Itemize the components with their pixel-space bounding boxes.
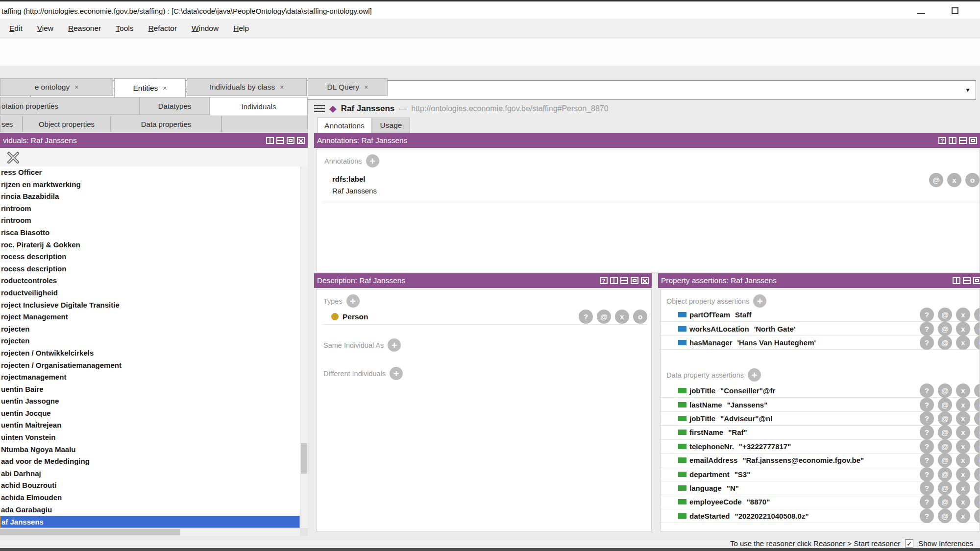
explain-icon[interactable]: ?: [920, 308, 934, 322]
edit-icon[interactable]: o: [974, 439, 980, 454]
split-vertical-icon[interactable]: [266, 137, 274, 144]
delete-icon[interactable]: x: [956, 398, 970, 412]
annotate-icon[interactable]: @: [929, 173, 943, 187]
data-assertion-row[interactable]: firstName "Raf" ?@xo: [661, 426, 980, 439]
annotate-icon[interactable]: @: [938, 439, 952, 454]
list-item[interactable]: rojectmanagement: [0, 371, 300, 383]
split-horizontal-icon[interactable]: [276, 137, 284, 144]
explain-icon[interactable]: ?: [920, 398, 934, 412]
scrollbar-thumb[interactable]: [301, 443, 307, 474]
list-item[interactable]: rocess description: [0, 263, 300, 275]
tab-dl-query[interactable]: DL Query×: [308, 78, 388, 96]
edit-icon[interactable]: o: [974, 495, 980, 509]
data-assertion-row[interactable]: telephoneNr. "+3222777817" ?@xo: [661, 440, 980, 454]
list-item[interactable]: roject Inclusieve Digitale Transitie: [0, 299, 300, 311]
explain-icon[interactable]: ?: [920, 335, 934, 350]
show-inferences-checkbox[interactable]: ✓: [905, 539, 913, 548]
annotate-icon[interactable]: @: [597, 310, 611, 324]
add-data-assertion-button[interactable]: +: [748, 368, 761, 382]
data-assertion-row[interactable]: emailAddress "Raf.janssens@economie.fgov…: [661, 454, 980, 467]
list-item[interactable]: rijzen en marktwerking: [0, 179, 300, 191]
list-item[interactable]: rojecten / Organisatiemanagement: [0, 359, 300, 372]
float-panel-icon[interactable]: [287, 137, 294, 144]
object-assertion-row[interactable]: partOfTeam Staff ?@xo: [661, 308, 980, 322]
explain-icon[interactable]: ?: [920, 322, 934, 336]
explain-icon[interactable]: ?: [579, 310, 593, 324]
list-item[interactable]: uentin Jocque: [0, 407, 300, 420]
explain-icon[interactable]: ?: [920, 467, 934, 481]
edit-icon[interactable]: o: [974, 308, 980, 322]
close-tab-icon[interactable]: ×: [74, 83, 78, 91]
tab-data-properties[interactable]: Data properties: [111, 116, 221, 132]
maximize-icon[interactable]: [952, 7, 958, 14]
close-tab-icon[interactable]: ×: [163, 84, 167, 92]
edit-icon[interactable]: o: [974, 425, 980, 439]
delete-icon[interactable]: x: [956, 411, 970, 426]
add-same-individual-button[interactable]: +: [388, 338, 401, 352]
delete-icon[interactable]: x: [956, 322, 970, 336]
edit-icon[interactable]: o: [974, 322, 980, 336]
close-tab-icon[interactable]: ×: [280, 83, 284, 91]
list-item[interactable]: ada Garabagiu: [0, 504, 300, 516]
explain-icon[interactable]: ?: [920, 439, 934, 454]
annotate-icon[interactable]: @: [938, 509, 952, 523]
tab-object-properties[interactable]: Object properties: [23, 116, 111, 132]
add-annotation-button[interactable]: +: [366, 154, 379, 168]
annotate-icon[interactable]: @: [938, 453, 952, 467]
data-assertion-row[interactable]: lastName "Janssens" ?@xo: [661, 398, 980, 411]
type-row[interactable]: Person ? @ x o: [322, 309, 647, 325]
tab-annotations[interactable]: Annotations: [317, 118, 372, 133]
list-item[interactable]: roductveiligheid: [0, 287, 300, 299]
menu-window[interactable]: Window: [192, 24, 219, 33]
tab-usage[interactable]: Usage: [372, 118, 410, 133]
tab-individuals[interactable]: Individuals: [210, 97, 308, 116]
edit-icon[interactable]: o: [974, 509, 980, 523]
list-item[interactable]: aad voor de Mededinging: [0, 455, 300, 468]
annotation-row[interactable]: rdfs:label Raf Janssens @ x o: [322, 171, 980, 201]
data-assertion-row[interactable]: language "N" ?@xo: [661, 481, 980, 495]
edit-icon[interactable]: o: [974, 481, 980, 495]
object-assertion-row[interactable]: worksAtLocation 'North Gate' ?@xo: [661, 322, 980, 336]
vertical-scrollbar[interactable]: [300, 167, 308, 528]
list-item[interactable]: rincia Bazabidila: [0, 191, 300, 203]
list-item[interactable]: roductcontroles: [0, 275, 300, 287]
edit-icon[interactable]: o: [974, 411, 980, 426]
delete-icon[interactable]: x: [956, 481, 970, 495]
edit-icon[interactable]: o: [974, 467, 980, 481]
delete-individual-icon[interactable]: [7, 151, 20, 164]
delete-icon[interactable]: x: [956, 308, 970, 322]
split-horizontal-icon[interactable]: [620, 277, 628, 284]
list-item[interactable]: risca Biasotto: [0, 227, 300, 239]
delete-icon[interactable]: x: [956, 383, 970, 398]
delete-icon[interactable]: x: [615, 310, 629, 324]
split-vertical-icon[interactable]: [610, 277, 618, 284]
tab-entities[interactable]: Entities×: [114, 78, 186, 97]
explain-icon[interactable]: ?: [920, 453, 934, 467]
annotate-icon[interactable]: @: [938, 425, 952, 439]
split-vertical-icon[interactable]: [953, 277, 960, 284]
split-horizontal-icon[interactable]: [959, 137, 967, 144]
close-panel-icon[interactable]: [297, 137, 305, 144]
close-tab-icon[interactable]: ×: [364, 83, 368, 91]
list-item[interactable]: Ntumba Ngoya Maalu: [0, 444, 300, 456]
list-item[interactable]: uentin Maitrejean: [0, 419, 300, 431]
list-item[interactable]: achid Bouzrouti: [0, 479, 300, 492]
help-icon[interactable]: ?: [600, 277, 608, 284]
dropdown-arrow-icon[interactable]: ▼: [965, 87, 971, 94]
delete-icon[interactable]: x: [956, 439, 970, 454]
list-item[interactable]: rojecten / Ontwikkelcirkels: [0, 347, 300, 359]
close-panel-icon[interactable]: [641, 277, 649, 284]
annotate-icon[interactable]: @: [938, 322, 952, 336]
add-type-button[interactable]: +: [346, 294, 360, 308]
edit-icon[interactable]: o: [965, 173, 980, 187]
delete-icon[interactable]: x: [956, 335, 970, 350]
split-vertical-icon[interactable]: [949, 137, 956, 144]
list-item[interactable]: uinten Vonstein: [0, 431, 300, 444]
data-assertion-row[interactable]: jobTitle "Adviseur"@nl ?@xo: [661, 412, 980, 426]
data-assertion-row[interactable]: employeeCode "8870" ?@xo: [661, 495, 980, 509]
list-item[interactable]: rocess description: [0, 251, 300, 263]
menu-edit[interactable]: Edit: [9, 24, 23, 33]
explain-icon[interactable]: ?: [920, 495, 934, 509]
scrollbar-thumb[interactable]: [0, 529, 180, 535]
tab-active-ontology[interactable]: e ontology×: [0, 78, 113, 96]
